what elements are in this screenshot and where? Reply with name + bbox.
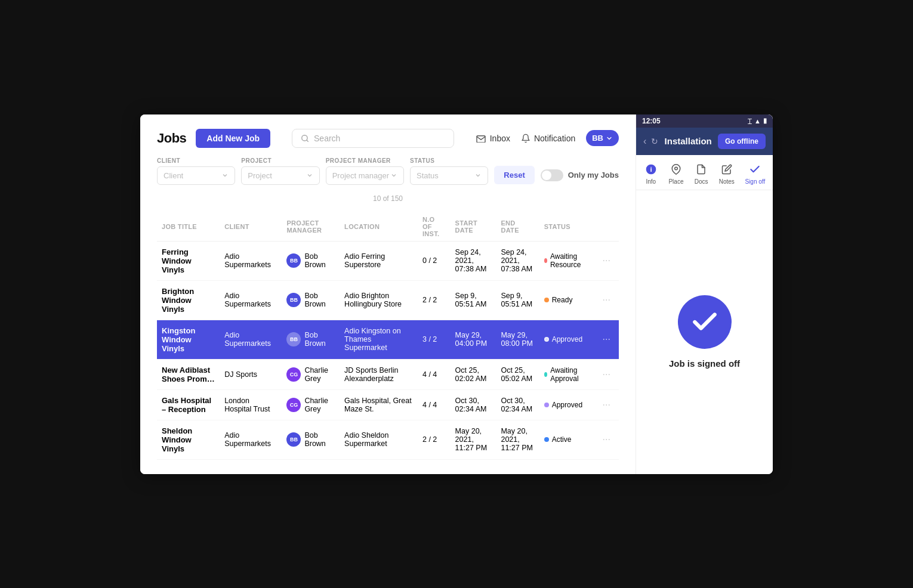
chevron-down-icon — [221, 172, 229, 179]
mobile-nav-left: ‹ ↻ — [643, 136, 658, 147]
pm-filter-label: PROJECT MANAGER — [326, 157, 404, 164]
installations-cell: 3 / 2 — [418, 320, 451, 359]
more-actions-button[interactable]: ··· — [599, 433, 614, 446]
table-row[interactable]: Kingston Window Vinyls Adio Supermarkets… — [157, 320, 619, 359]
end-date-cell: Sep 9, 05:51 AM — [496, 280, 539, 320]
client-select[interactable]: Client — [157, 166, 235, 185]
end-date-cell: Sep 24, 2021, 07:38 AM — [496, 241, 539, 280]
job-title-cell: Sheldon Window Vinyls — [157, 420, 220, 459]
pm-avatar: BB — [286, 332, 301, 346]
status-select-value: Status — [417, 171, 439, 180]
info-icon: i — [644, 162, 658, 177]
jobs-header: Jobs Add New Job Search Inbox — [157, 129, 619, 148]
pm-name: Bob Brown — [304, 331, 335, 348]
jobs-panel: Jobs Add New Job Search Inbox — [140, 114, 636, 474]
reset-button[interactable]: Reset — [494, 166, 534, 184]
status-dot — [544, 437, 549, 442]
status-select[interactable]: Status — [410, 166, 488, 185]
mobile-status-bar: 12:05 ⌶ ▲ ▮ — [636, 114, 773, 128]
table-row[interactable]: Ferring Window Vinyls Adio Supermarkets … — [157, 241, 619, 280]
start-date-cell: May 29, 04:00 PM — [451, 320, 496, 359]
installations-cell: 2 / 2 — [418, 420, 451, 459]
chevron-down-icon — [390, 172, 397, 179]
status-filter: STATUS Status — [410, 157, 488, 185]
tab-info[interactable]: i Info — [640, 160, 662, 187]
more-actions-button[interactable]: ··· — [599, 293, 614, 307]
jobs-table: Job Title Client Project Manager Locatio… — [157, 212, 619, 460]
pm-name: Bob Brown — [304, 252, 335, 269]
signal-icon: ⌶ — [748, 117, 752, 125]
start-date-cell: Oct 30, 02:34 AM — [451, 389, 496, 420]
search-bar[interactable]: Search — [292, 129, 454, 148]
col-pm: Project Manager — [282, 212, 340, 242]
table-header: Job Title Client Project Manager Locatio… — [157, 212, 619, 242]
status-dot — [544, 258, 547, 263]
mobile-refresh-button[interactable]: ↻ — [651, 137, 658, 146]
search-placeholder: Search — [314, 134, 340, 143]
notification-button[interactable]: Notification — [521, 134, 575, 143]
signed-off-icon — [678, 295, 732, 349]
pm-name: Bob Brown — [304, 292, 335, 308]
status-text: Active — [552, 435, 572, 444]
tab-sign-off[interactable]: Sign off — [741, 160, 769, 187]
col-installations: N.o of Inst. — [418, 212, 451, 242]
avatar-initials: BB — [592, 134, 603, 143]
pm-name: Bob Brown — [304, 431, 335, 448]
more-actions-button[interactable]: ··· — [599, 254, 614, 267]
mobile-content: Job is signed off — [636, 190, 773, 474]
bell-icon — [521, 134, 530, 143]
only-my-jobs-label: Only my Jobs — [568, 171, 619, 180]
end-date-cell: May 29, 08:00 PM — [496, 320, 539, 359]
status-filter-label: STATUS — [410, 157, 488, 164]
table-row[interactable]: Brighton Window Vinyls Adio Supermarkets… — [157, 280, 619, 320]
status-cell: Approved — [539, 320, 594, 359]
mobile-back-button[interactable]: ‹ — [643, 136, 646, 147]
tab-docs[interactable]: Docs — [690, 160, 712, 187]
installations-cell: 0 / 2 — [418, 241, 451, 280]
installations-cell: 4 / 4 — [418, 359, 451, 389]
client-cell: London Hospital Trust — [220, 389, 282, 420]
col-start-date: Start Date — [451, 212, 496, 242]
table-row[interactable]: New Adiblast Shoes Prom… DJ Sports CG Ch… — [157, 359, 619, 389]
status-text: Approved — [552, 401, 582, 409]
start-date-cell: Sep 9, 05:51 AM — [451, 280, 496, 320]
pm-name: Charlie Grey — [304, 397, 335, 413]
tab-notes[interactable]: Notes — [715, 160, 738, 187]
pm-avatar: BB — [286, 293, 301, 307]
pm-select[interactable]: Project manager — [326, 166, 404, 185]
status-dot — [544, 298, 549, 302]
status-dot — [544, 403, 549, 407]
project-select[interactable]: Project — [241, 166, 319, 185]
signed-off-message: Job is signed off — [669, 358, 740, 369]
installations-cell: 2 / 2 — [418, 280, 451, 320]
toggle-switch[interactable] — [541, 169, 563, 181]
start-date-cell: Oct 25, 02:02 AM — [451, 359, 496, 389]
col-job-title: Job Title — [157, 212, 220, 242]
avatar-button[interactable]: BB — [586, 130, 619, 146]
actions-cell: ··· — [594, 280, 619, 320]
add-new-job-button[interactable]: Add New Job — [196, 129, 270, 148]
more-actions-button[interactable]: ··· — [599, 333, 614, 346]
table-row[interactable]: Sheldon Window Vinyls Adio Supermarkets … — [157, 420, 619, 459]
pm-avatar: BB — [286, 432, 301, 447]
client-select-value: Client — [164, 171, 183, 180]
client-filter-label: CLIENT — [157, 157, 235, 164]
tab-place[interactable]: Place — [665, 160, 687, 187]
tab-notes-label: Notes — [719, 178, 735, 185]
client-cell: Adio Supermarkets — [220, 420, 282, 459]
actions-cell: ··· — [594, 420, 619, 459]
table-row[interactable]: Gals Hospital – Reception London Hospita… — [157, 389, 619, 420]
more-actions-button[interactable]: ··· — [599, 398, 614, 411]
actions-cell: ··· — [594, 359, 619, 389]
status-text: Awaiting Resource — [550, 252, 590, 269]
mobile-time: 12:05 — [642, 117, 661, 125]
only-my-jobs-toggle[interactable]: Only my Jobs — [541, 169, 619, 181]
actions-cell: ··· — [594, 241, 619, 280]
go-offline-button[interactable]: Go offline — [718, 134, 766, 149]
location-cell: Adio Sheldon Supermarket — [340, 420, 418, 459]
pm-cell: BB Bob Brown — [282, 420, 340, 459]
table-count: 10 of 150 — [157, 194, 619, 203]
inbox-button[interactable]: Inbox — [476, 134, 510, 143]
more-actions-button[interactable]: ··· — [599, 368, 614, 381]
job-title-cell: New Adiblast Shoes Prom… — [157, 359, 220, 389]
